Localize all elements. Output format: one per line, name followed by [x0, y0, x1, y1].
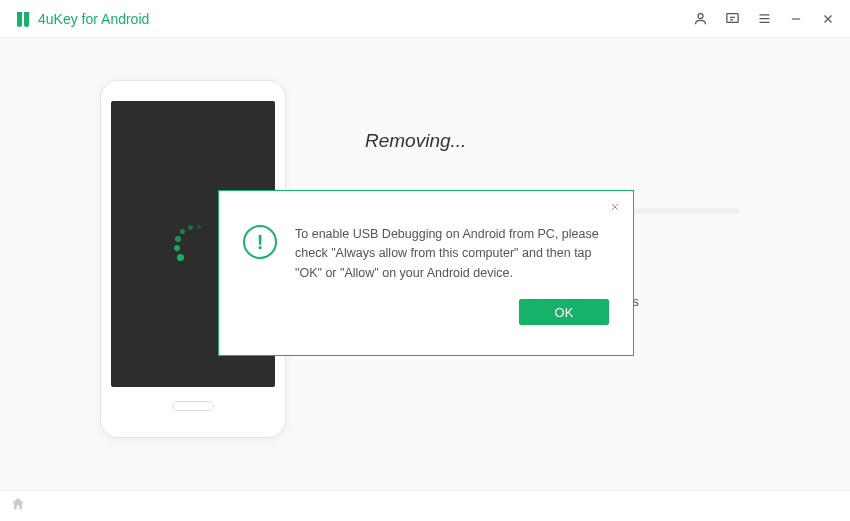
phone-home-button — [172, 401, 214, 411]
spinner-icon — [173, 224, 213, 264]
feedback-icon[interactable] — [724, 11, 740, 27]
svg-point-0 — [698, 14, 703, 19]
dialog-message: To enable USB Debugging on Android from … — [295, 225, 611, 283]
logo-icon — [14, 10, 32, 28]
bottombar — [0, 490, 850, 521]
titlebar-controls — [692, 11, 836, 27]
close-icon[interactable] — [820, 11, 836, 27]
dialog-close-button[interactable] — [607, 199, 623, 215]
account-icon[interactable] — [692, 11, 708, 27]
status-text: Removing... — [365, 130, 466, 152]
app-logo: 4uKey for Android — [14, 10, 149, 28]
minimize-icon[interactable] — [788, 11, 804, 27]
home-icon[interactable] — [10, 496, 26, 516]
menu-icon[interactable] — [756, 11, 772, 27]
titlebar: 4uKey for Android — [0, 0, 850, 38]
usb-debugging-dialog: ! To enable USB Debugging on Android fro… — [218, 190, 634, 356]
ok-button[interactable]: OK — [519, 299, 609, 325]
warning-icon: ! — [243, 225, 277, 259]
main-content: Removing... Please do not disconnect you… — [0, 38, 850, 490]
app-title: 4uKey for Android — [38, 11, 149, 27]
